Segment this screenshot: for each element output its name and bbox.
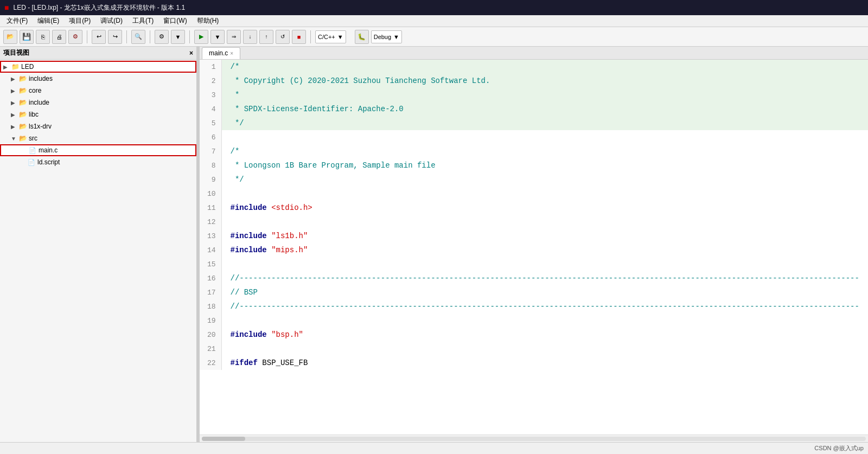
h-scrollbar[interactable]: [200, 434, 868, 442]
sidebar-tree: ▶ 📁 LED ▶ 📂 includes ▶ 📂 core: [0, 60, 196, 442]
tree-item-ls1x-drv[interactable]: ▶ 📂 ls1x-drv: [0, 120, 196, 132]
tree-item-src[interactable]: ▼ 📂 src: [0, 132, 196, 144]
line-code: [221, 314, 868, 328]
print-btn[interactable]: 🖨: [52, 30, 66, 44]
run-dropdown[interactable]: ▼: [210, 30, 225, 44]
tree-item-led[interactable]: ▶ 📁 LED: [0, 61, 196, 73]
menu-item-E[interactable]: 编辑(E): [33, 15, 63, 27]
tab-main-c[interactable]: main.c ×: [202, 47, 240, 59]
sep1: [87, 30, 87, 43]
tab-close-btn[interactable]: ×: [230, 50, 233, 56]
editor-content[interactable]: 1 /* 2 * Copyright (C) 2020-2021 Suzhou …: [200, 60, 868, 434]
line-number: 21: [200, 342, 221, 356]
step-out-btn[interactable]: ↑: [259, 30, 273, 44]
table-row: 2 * Copyright (C) 2020-2021 Suzhou Tianc…: [200, 74, 868, 88]
line-code: #include <stdio.h>: [221, 201, 868, 215]
table-row: 16 //-----------------------------------…: [200, 271, 868, 285]
language-combo[interactable]: C/C++ ▼: [315, 30, 346, 43]
tree-arrow-led: ▶: [3, 64, 11, 70]
line-number: 19: [200, 314, 221, 328]
tree-label-src: src: [29, 135, 37, 142]
menu-item-T[interactable]: 工具(T): [128, 15, 158, 27]
tree-label-core: core: [29, 87, 41, 94]
line-number: 7: [200, 144, 221, 158]
redo-btn[interactable]: ↪: [108, 30, 122, 44]
undo-btn[interactable]: ↩: [92, 30, 106, 44]
sep3: [150, 30, 150, 43]
line-code: [221, 257, 868, 271]
language-label: C/C++: [318, 34, 335, 40]
open-btn[interactable]: 📂: [3, 30, 17, 44]
tree-label-includes: includes: [29, 75, 53, 82]
stop-btn[interactable]: ■: [292, 30, 306, 44]
line-number: 17: [200, 285, 221, 299]
tab-label: main.c: [209, 49, 228, 57]
tree-item-libc[interactable]: ▶ 📂 libc: [0, 108, 196, 120]
code-table: 1 /* 2 * Copyright (C) 2020-2021 Suzhou …: [200, 60, 868, 370]
line-number: 3: [200, 88, 221, 102]
table-row: 9 */: [200, 172, 868, 187]
tree-item-includes[interactable]: ▶ 📂 includes: [0, 73, 196, 85]
menu-bar: 文件(F)编辑(E)项目(P)调试(D)工具(T)窗口(W)帮助(H): [0, 15, 868, 27]
table-row: 12: [200, 215, 868, 229]
menu-item-D[interactable]: 调试(D): [96, 15, 127, 27]
table-row: 11 #include <stdio.h>: [200, 201, 868, 215]
sep5: [310, 30, 311, 43]
run-btn[interactable]: ▶: [194, 30, 208, 44]
line-code: /*: [221, 144, 868, 158]
app-icon: ■: [4, 3, 9, 12]
line-code: // BSP: [221, 285, 868, 299]
title-text: LED - [LED.lxp] - 龙芯1x嵌入式集成开发环境软件 - 版本 1…: [13, 3, 185, 12]
menu-item-H[interactable]: 帮助(H): [193, 15, 224, 27]
line-number: 1: [200, 60, 221, 74]
menu-item-F[interactable]: 文件(F): [2, 15, 32, 27]
line-code: * Loongson 1B Bare Program, Sample main …: [221, 158, 868, 172]
tree-item-core[interactable]: ▶ 📂 core: [0, 85, 196, 97]
tree-label-libc: libc: [29, 111, 39, 118]
tree-arrow-core: ▶: [11, 88, 18, 94]
debug-config-icon: 🐛: [355, 30, 369, 44]
line-number: 6: [200, 130, 221, 144]
menu-item-W[interactable]: 窗口(W): [159, 15, 191, 27]
tab-bar: main.c ×: [200, 47, 868, 60]
tree-label-main-c: main.c: [39, 146, 58, 154]
save-btn[interactable]: 💾: [20, 30, 34, 44]
sidebar-close-btn[interactable]: ×: [189, 49, 193, 57]
file-icon-main-c: 📄: [28, 146, 37, 155]
line-code: //--------------------------------------…: [221, 271, 868, 285]
line-number: 2: [200, 74, 221, 88]
restart-btn[interactable]: ↺: [276, 30, 290, 44]
table-row: 3 *: [200, 88, 868, 102]
line-code: * Copyright (C) 2020-2021 Suzhou Tianche…: [221, 74, 868, 88]
tree-arrow-ls1x-drv: ▶: [11, 124, 18, 130]
folder-icon-ls1x-drv: 📂: [18, 122, 27, 131]
step-over-btn[interactable]: ⇒: [227, 30, 241, 44]
menu-item-P[interactable]: 项目(P): [65, 15, 95, 27]
tree-item-main-c[interactable]: 📄 main.c: [0, 144, 196, 156]
tree-arrow-includes: ▶: [11, 76, 18, 82]
debug-combo[interactable]: Debug ▼: [371, 30, 402, 43]
sep2: [126, 30, 127, 43]
table-row: 20 #include "bsp.h": [200, 328, 868, 342]
debug-dropdown-icon: ▼: [393, 34, 399, 40]
build-btn[interactable]: ⚙: [68, 30, 82, 44]
settings-btn[interactable]: ⚙: [155, 30, 169, 44]
settings-dropdown[interactable]: ▼: [171, 30, 185, 44]
table-row: 15: [200, 257, 868, 271]
tree-item-include[interactable]: ▶ 📂 include: [0, 97, 196, 108]
line-number: 18: [200, 299, 221, 314]
line-code: [221, 187, 868, 201]
table-row: 17 // BSP: [200, 285, 868, 299]
line-number: 12: [200, 215, 221, 229]
folder-icon-include: 📂: [18, 98, 27, 107]
line-code: #include "ls1b.h": [221, 229, 868, 243]
tree-item-ld-script[interactable]: 📄 ld.script: [0, 156, 196, 168]
copy-btn[interactable]: ⎘: [36, 30, 50, 44]
line-code: #include "mips.h": [221, 243, 868, 257]
table-row: 6: [200, 130, 868, 144]
line-code: [221, 215, 868, 229]
table-row: 14 #include "mips.h": [200, 243, 868, 257]
find-btn[interactable]: 🔍: [131, 30, 145, 44]
line-number: 14: [200, 243, 221, 257]
step-into-btn[interactable]: ↓: [243, 30, 257, 44]
